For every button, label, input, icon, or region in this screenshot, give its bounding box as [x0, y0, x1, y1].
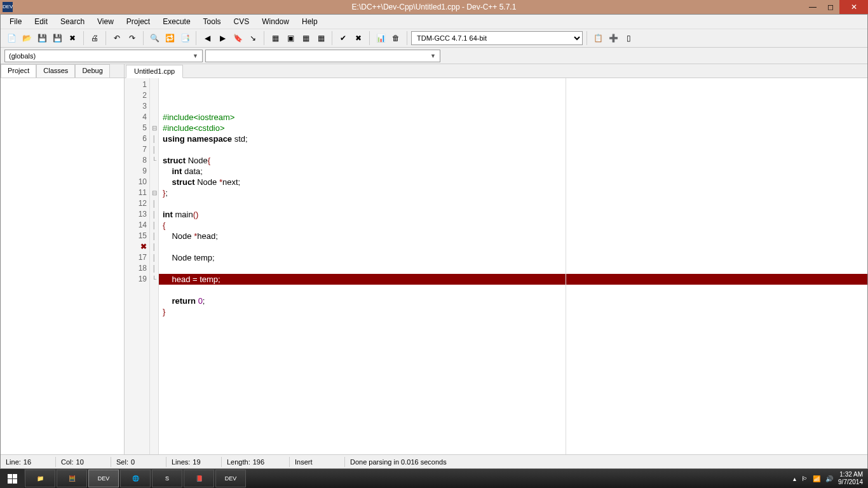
- code-line[interactable]: [159, 144, 867, 155]
- code-editor[interactable]: 123456789101112131415✖171819 ⊟││└⊟││││││…: [125, 78, 867, 454]
- taskbar-app[interactable]: DEV: [215, 470, 246, 487]
- context-toolbar: (globals)▼ ▼: [1, 48, 867, 64]
- compile-icon[interactable]: ▦: [268, 31, 282, 45]
- side-tab-debug[interactable]: Debug: [75, 64, 109, 78]
- code-line[interactable]: #include<iostream>: [159, 112, 867, 123]
- stop-icon[interactable]: ✖: [351, 31, 365, 45]
- forward-icon[interactable]: ▶: [215, 31, 229, 45]
- back-icon[interactable]: ◀: [200, 31, 214, 45]
- menu-tools[interactable]: Tools: [197, 16, 227, 27]
- insert-icon[interactable]: ➕: [606, 31, 620, 45]
- minimize-button[interactable]: —: [804, 0, 822, 14]
- menu-window[interactable]: Window: [255, 16, 295, 27]
- find-icon[interactable]: 🔍: [147, 31, 161, 45]
- code-line[interactable]: {: [159, 220, 867, 231]
- menu-file[interactable]: File: [3, 16, 28, 27]
- code-line[interactable]: head = temp;: [159, 274, 867, 285]
- menu-edit[interactable]: Edit: [28, 16, 54, 27]
- side-tab-classes[interactable]: Classes: [36, 64, 75, 78]
- member-selector[interactable]: ▼: [205, 50, 440, 62]
- code-line[interactable]: struct Node{: [159, 155, 867, 166]
- code-line[interactable]: #include<cstdio>: [159, 123, 867, 133]
- menu-project[interactable]: Project: [120, 16, 156, 27]
- bookmark-icon[interactable]: 🔖: [231, 31, 245, 45]
- find-in-files-icon[interactable]: 📑: [178, 31, 192, 45]
- toolbar-separator: [369, 31, 370, 45]
- run-icon[interactable]: ▣: [283, 31, 297, 45]
- status-line: Line:16: [6, 458, 50, 466]
- code-line[interactable]: using namespace std;: [159, 133, 867, 144]
- toolbar-separator: [407, 31, 407, 45]
- tray-up-icon[interactable]: ▴: [793, 475, 796, 482]
- menu-view[interactable]: View: [91, 16, 120, 27]
- system-tray[interactable]: ▴ 🏳 📶 🔊 1:32 AM 9/7/2014: [788, 471, 868, 486]
- tray-volume-icon[interactable]: 🔊: [825, 475, 833, 482]
- menu-help[interactable]: Help: [295, 16, 324, 27]
- close-file-icon[interactable]: ✖: [65, 31, 79, 45]
- file-tab[interactable]: Untitled1.cpp: [126, 65, 183, 78]
- taskbar-app[interactable]: 📕: [184, 470, 214, 487]
- toolbar-separator: [332, 31, 332, 45]
- taskbar-app[interactable]: S: [152, 470, 182, 487]
- code-line[interactable]: [159, 285, 867, 295]
- code-line[interactable]: [159, 263, 867, 274]
- new-file-icon[interactable]: 📄: [4, 31, 18, 45]
- print-icon[interactable]: 🖨: [88, 31, 102, 45]
- code-line[interactable]: Node *head;: [159, 231, 867, 241]
- tray-flag-icon[interactable]: 🏳: [801, 475, 808, 482]
- delete-profile-icon[interactable]: 🗑: [389, 31, 403, 45]
- fold-gutter[interactable]: ⊟││└⊟│││││││└: [150, 78, 159, 454]
- code-line[interactable]: [159, 198, 867, 209]
- status-message: Done parsing in 0.016 seconds: [350, 458, 862, 466]
- sidebar: ProjectClassesDebug: [1, 64, 125, 454]
- taskbar-app[interactable]: 🧮: [57, 470, 87, 487]
- toolbar-separator: [587, 31, 587, 45]
- status-insert-mode[interactable]: Insert: [295, 458, 339, 466]
- toolbar-separator: [143, 31, 144, 45]
- scope-selector[interactable]: (globals)▼: [4, 50, 203, 62]
- goto-icon[interactable]: ↘: [246, 31, 260, 45]
- menu-cvs[interactable]: CVS: [227, 16, 256, 27]
- code-line[interactable]: }: [159, 306, 867, 317]
- compiler-selector[interactable]: TDM-GCC 4.7.1 64-bit: [411, 31, 583, 45]
- profile-icon[interactable]: 📊: [374, 31, 388, 45]
- status-lines: Lines:19: [172, 458, 216, 466]
- code-content[interactable]: #include<iostream>#include<cstdio>using …: [159, 78, 867, 454]
- taskbar-app[interactable]: 🌐: [120, 470, 151, 487]
- taskbar-app[interactable]: 📁: [25, 470, 55, 487]
- compile-run-icon[interactable]: ▦: [299, 31, 313, 45]
- code-line[interactable]: Node temp;: [159, 252, 867, 263]
- status-length: Length:196: [227, 458, 284, 466]
- toggle-icon[interactable]: ▯: [621, 31, 635, 45]
- menu-search[interactable]: Search: [54, 16, 91, 27]
- save-icon[interactable]: 💾: [35, 31, 49, 45]
- maximize-button[interactable]: ◻: [822, 0, 839, 14]
- undo-icon[interactable]: ↶: [110, 31, 124, 45]
- save-all-icon[interactable]: 💾: [50, 31, 64, 45]
- main-toolbar: 📄 📂 💾 💾 ✖ 🖨 ↶ ↷ 🔍 🔁 📑 ◀ ▶ 🔖 ↘ ▦ ▣ ▦ ▦ ✔ …: [1, 29, 867, 48]
- code-line[interactable]: int data;: [159, 166, 867, 177]
- close-button[interactable]: ✕: [839, 0, 868, 14]
- taskbar-app[interactable]: DEV: [88, 470, 119, 487]
- code-line[interactable]: return 0;: [159, 295, 867, 306]
- code-line[interactable]: struct Node *next;: [159, 177, 867, 187]
- menu-execute[interactable]: Execute: [156, 16, 196, 27]
- tray-network-icon[interactable]: 📶: [813, 475, 820, 482]
- code-line[interactable]: [159, 241, 867, 252]
- code-line[interactable]: };: [159, 187, 867, 198]
- window-titlebar: DEV E:\DC++\Dev-Cpp\Untitled1.cpp - Dev-…: [0, 0, 868, 14]
- replace-icon[interactable]: 🔁: [163, 31, 177, 45]
- tray-clock[interactable]: 1:32 AM 9/7/2014: [838, 471, 863, 486]
- status-sel: Sel:0: [116, 458, 161, 466]
- side-tab-project[interactable]: Project: [1, 64, 36, 78]
- start-button[interactable]: [0, 469, 24, 488]
- rebuild-icon[interactable]: ▦: [314, 31, 328, 45]
- code-line[interactable]: int main(): [159, 209, 867, 220]
- editor-area: Untitled1.cpp 123456789101112131415✖1718…: [125, 64, 867, 454]
- debug-icon[interactable]: ✔: [336, 31, 350, 45]
- print-margin-ruler: [566, 78, 566, 454]
- redo-icon[interactable]: ↷: [125, 31, 139, 45]
- new-class-icon[interactable]: 📋: [591, 31, 605, 45]
- open-file-icon[interactable]: 📂: [20, 31, 34, 45]
- sidebar-content[interactable]: [1, 78, 124, 454]
